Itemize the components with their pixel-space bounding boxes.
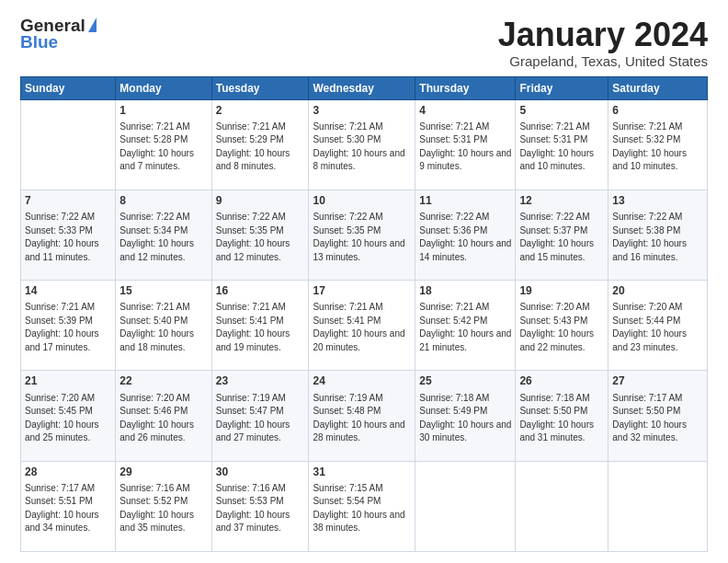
sunset: Sunset: 5:35 PM [216, 225, 284, 236]
daylight: Daylight: 10 hours and 31 minutes. [519, 419, 594, 443]
day-cell: 18Sunrise: 7:21 AMSunset: 5:42 PMDayligh… [415, 281, 516, 371]
daylight: Daylight: 10 hours and 27 minutes. [216, 419, 290, 443]
day-number: 1 [119, 103, 207, 118]
day-cell: 19Sunrise: 7:20 AMSunset: 5:43 PMDayligh… [516, 281, 609, 371]
day-cell: 2Sunrise: 7:21 AMSunset: 5:29 PMDaylight… [211, 99, 309, 190]
sunset: Sunset: 5:47 PM [216, 406, 284, 416]
calendar-page: General Blue January 2024 Grapeland, Tex… [0, 0, 728, 563]
sunset: Sunset: 5:31 PM [519, 134, 587, 144]
day-cell: 22Sunrise: 7:20 AMSunset: 5:46 PMDayligh… [116, 371, 211, 461]
sunset: Sunset: 5:53 PM [216, 496, 284, 506]
day-cell: 15Sunrise: 7:21 AMSunset: 5:40 PMDayligh… [116, 281, 211, 371]
sunrise: Sunrise: 7:16 AM [119, 483, 189, 493]
sunset: Sunset: 5:28 PM [119, 134, 188, 144]
daylight: Daylight: 10 hours and 38 minutes. [313, 510, 404, 534]
col-header-tuesday: Tuesday [211, 76, 309, 99]
daylight: Daylight: 10 hours and 26 minutes. [119, 419, 194, 443]
daylight: Daylight: 10 hours and 21 minutes. [419, 328, 511, 352]
daylight: Daylight: 10 hours and 19 minutes. [216, 328, 290, 352]
col-header-thursday: Thursday [415, 76, 516, 99]
sunset: Sunset: 5:35 PM [313, 225, 381, 236]
col-header-sunday: Sunday [21, 76, 116, 99]
daylight: Daylight: 10 hours and 37 minutes. [216, 510, 290, 534]
day-number: 9 [216, 193, 305, 208]
day-number: 28 [25, 465, 111, 479]
day-cell: 14Sunrise: 7:21 AMSunset: 5:39 PMDayligh… [21, 281, 116, 371]
sunset: Sunset: 5:50 PM [519, 406, 587, 416]
sunrise: Sunrise: 7:20 AM [519, 302, 589, 312]
day-cell: 10Sunrise: 7:22 AMSunset: 5:35 PMDayligh… [309, 190, 415, 280]
sunset: Sunset: 5:42 PM [419, 316, 487, 326]
sunrise: Sunrise: 7:22 AM [519, 212, 589, 222]
sunset: Sunset: 5:32 PM [612, 134, 680, 144]
daylight: Daylight: 10 hours and 11 minutes. [25, 238, 99, 262]
sunrise: Sunrise: 7:21 AM [612, 121, 682, 132]
sunrise: Sunrise: 7:22 AM [119, 212, 189, 222]
sunrise: Sunrise: 7:17 AM [612, 393, 682, 403]
sunrise: Sunrise: 7:22 AM [313, 212, 382, 222]
day-number: 27 [612, 373, 703, 388]
header-row: SundayMondayTuesdayWednesdayThursdayFrid… [21, 76, 708, 99]
calendar-table: SundayMondayTuesdayWednesdayThursdayFrid… [20, 76, 708, 552]
day-cell: 24Sunrise: 7:19 AMSunset: 5:48 PMDayligh… [309, 371, 415, 461]
sunrise: Sunrise: 7:21 AM [419, 121, 489, 132]
day-cell: 6Sunrise: 7:21 AMSunset: 5:32 PMDaylight… [609, 99, 708, 190]
sunset: Sunset: 5:46 PM [119, 406, 188, 416]
day-cell: 20Sunrise: 7:20 AMSunset: 5:44 PMDayligh… [609, 281, 708, 371]
day-cell: 7Sunrise: 7:22 AMSunset: 5:33 PMDaylight… [21, 190, 116, 280]
day-number: 7 [25, 193, 111, 208]
daylight: Daylight: 10 hours and 25 minutes. [25, 419, 99, 443]
day-number: 13 [612, 193, 703, 208]
sunset: Sunset: 5:38 PM [612, 225, 680, 236]
day-number: 6 [612, 103, 703, 118]
daylight: Daylight: 10 hours and 16 minutes. [612, 238, 687, 262]
daylight: Daylight: 10 hours and 8 minutes. [313, 148, 404, 172]
day-number: 3 [313, 103, 411, 118]
subtitle: Grapeland, Texas, United States [498, 53, 708, 69]
day-number: 8 [119, 193, 207, 208]
sunset: Sunset: 5:36 PM [419, 225, 487, 236]
sunset: Sunset: 5:29 PM [216, 134, 284, 144]
day-number: 5 [519, 103, 604, 118]
day-number: 23 [216, 373, 305, 388]
sunrise: Sunrise: 7:22 AM [25, 212, 95, 222]
day-number: 15 [119, 283, 207, 298]
header: General Blue January 2024 Grapeland, Tex… [20, 17, 708, 69]
day-number: 22 [119, 373, 207, 388]
sunset: Sunset: 5:37 PM [519, 225, 587, 236]
daylight: Daylight: 10 hours and 18 minutes. [119, 328, 194, 352]
day-number: 25 [419, 373, 511, 388]
sunrise: Sunrise: 7:17 AM [25, 483, 95, 493]
sunset: Sunset: 5:41 PM [216, 316, 284, 326]
sunrise: Sunrise: 7:20 AM [612, 302, 682, 312]
day-cell: 17Sunrise: 7:21 AMSunset: 5:41 PMDayligh… [309, 281, 415, 371]
sunrise: Sunrise: 7:18 AM [519, 393, 589, 403]
sunset: Sunset: 5:54 PM [313, 496, 381, 506]
sunrise: Sunrise: 7:21 AM [216, 302, 286, 312]
daylight: Daylight: 10 hours and 10 minutes. [612, 148, 687, 172]
day-number: 4 [419, 103, 511, 118]
day-number: 16 [216, 283, 305, 298]
day-cell: 26Sunrise: 7:18 AMSunset: 5:50 PMDayligh… [516, 371, 609, 461]
day-cell: 31Sunrise: 7:15 AMSunset: 5:54 PMDayligh… [309, 461, 415, 551]
sunrise: Sunrise: 7:21 AM [216, 121, 286, 132]
sunset: Sunset: 5:45 PM [25, 406, 93, 416]
day-cell [21, 99, 116, 190]
sunrise: Sunrise: 7:21 AM [519, 121, 589, 132]
daylight: Daylight: 10 hours and 17 minutes. [25, 328, 99, 352]
day-number: 31 [313, 465, 411, 479]
day-cell: 16Sunrise: 7:21 AMSunset: 5:41 PMDayligh… [211, 281, 309, 371]
sunrise: Sunrise: 7:19 AM [313, 393, 382, 403]
day-cell: 23Sunrise: 7:19 AMSunset: 5:47 PMDayligh… [211, 371, 309, 461]
sunset: Sunset: 5:49 PM [419, 406, 487, 416]
daylight: Daylight: 10 hours and 35 minutes. [119, 510, 194, 534]
day-cell [415, 461, 516, 551]
sunrise: Sunrise: 7:21 AM [119, 302, 189, 312]
sunset: Sunset: 5:34 PM [119, 225, 188, 236]
sunrise: Sunrise: 7:21 AM [25, 302, 95, 312]
daylight: Daylight: 10 hours and 15 minutes. [519, 238, 594, 262]
sunset: Sunset: 5:30 PM [313, 134, 381, 144]
day-number: 14 [25, 283, 111, 298]
week-row-4: 21Sunrise: 7:20 AMSunset: 5:45 PMDayligh… [21, 371, 708, 461]
day-cell: 29Sunrise: 7:16 AMSunset: 5:52 PMDayligh… [116, 461, 211, 551]
